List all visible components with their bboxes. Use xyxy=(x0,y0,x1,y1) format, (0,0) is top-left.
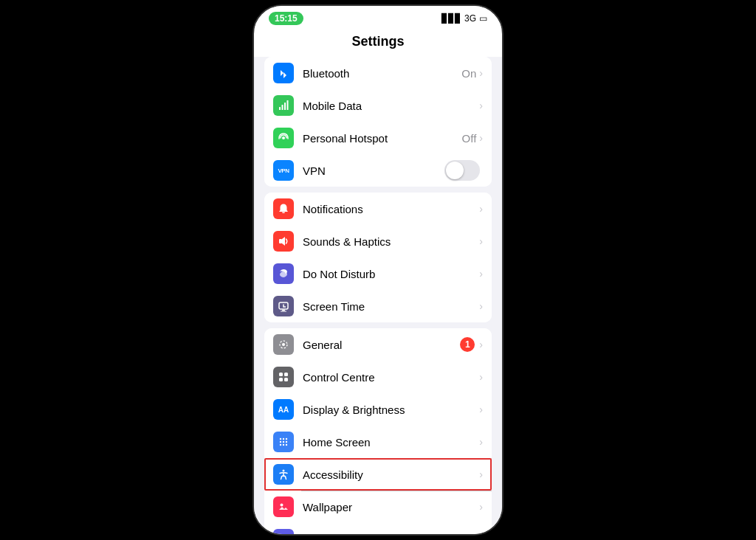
wallpaper-chevron: › xyxy=(479,501,483,513)
svg-marker-6 xyxy=(282,237,285,246)
row-sounds-haptics[interactable]: Sounds & Haptics › xyxy=(264,225,492,257)
personal-hotspot-label: Personal Hotspot xyxy=(303,132,462,145)
settings-list[interactable]: Bluetooth On › Mobile Data › xyxy=(254,57,502,534)
screen-time-icon xyxy=(273,296,294,316)
home-screen-chevron: › xyxy=(479,436,483,448)
row-mobile-data[interactable]: Mobile Data › xyxy=(264,89,492,122)
siri-search-chevron: › xyxy=(479,533,483,534)
row-personal-hotspot[interactable]: Personal Hotspot Off › xyxy=(264,122,492,154)
bluetooth-chevron: › xyxy=(479,67,483,79)
section-system2: General 1 › Control Centre › xyxy=(254,328,502,534)
svg-point-16 xyxy=(280,438,281,440)
svg-point-19 xyxy=(280,441,281,443)
accessibility-icon xyxy=(273,464,294,485)
phone-frame: 15:15 ▊▊▊ 3G ▭ Settings Bluetooth On › xyxy=(252,4,504,536)
svg-rect-3 xyxy=(287,100,289,110)
personal-hotspot-chevron: › xyxy=(479,132,483,144)
general-chevron: › xyxy=(479,339,483,350)
svg-point-10 xyxy=(282,343,285,346)
home-screen-label: Home Screen xyxy=(303,436,479,449)
svg-point-18 xyxy=(286,438,287,440)
section-group-system1: Notifications › Sounds & Haptics › xyxy=(264,193,492,322)
display-brightness-icon: AA xyxy=(273,399,294,420)
row-display-brightness[interactable]: AA Display & Brightness › xyxy=(264,393,492,426)
notifications-chevron: › xyxy=(479,203,483,215)
vpn-toggle[interactable] xyxy=(444,160,480,181)
row-general[interactable]: General 1 › xyxy=(264,328,492,361)
svg-point-24 xyxy=(286,444,287,446)
page-title-bar: Settings xyxy=(254,28,502,57)
page-title: Settings xyxy=(266,34,490,49)
svg-rect-9 xyxy=(281,311,286,312)
svg-rect-13 xyxy=(284,373,288,376)
home-screen-icon xyxy=(273,432,294,452)
status-icons: ▊▊▊ 3G ▭ xyxy=(441,13,487,24)
general-badge: 1 xyxy=(460,337,475,352)
notifications-label: Notifications xyxy=(303,203,479,215)
battery-icon: ▭ xyxy=(479,13,487,24)
svg-rect-0 xyxy=(279,107,281,110)
status-time: 15:15 xyxy=(269,12,303,25)
personal-hotspot-icon xyxy=(273,128,294,148)
mobile-data-icon xyxy=(273,95,294,116)
svg-point-4 xyxy=(282,136,285,139)
wallpaper-label: Wallpaper xyxy=(303,501,479,513)
general-label: General xyxy=(303,339,460,351)
network-type: 3G xyxy=(464,13,476,24)
screen-time-chevron: › xyxy=(479,300,483,312)
svg-point-23 xyxy=(283,444,284,446)
sounds-haptics-icon xyxy=(273,231,294,252)
control-centre-chevron: › xyxy=(479,371,483,383)
row-notifications[interactable]: Notifications › xyxy=(264,193,492,225)
accessibility-chevron: › xyxy=(479,468,483,480)
bluetooth-label: Bluetooth xyxy=(303,67,461,80)
row-wallpaper[interactable]: Wallpaper › xyxy=(264,491,492,523)
accessibility-label: Accessibility xyxy=(303,468,479,481)
sounds-haptics-chevron: › xyxy=(479,235,483,247)
personal-hotspot-value: Off xyxy=(462,132,477,145)
siri-search-icon xyxy=(273,529,294,534)
display-brightness-chevron: › xyxy=(479,404,483,415)
vpn-label: VPN xyxy=(303,165,444,177)
svg-rect-12 xyxy=(279,373,283,376)
svg-point-17 xyxy=(283,438,284,440)
svg-rect-5 xyxy=(279,239,282,243)
status-bar: 15:15 ▊▊▊ 3G ▭ xyxy=(254,6,502,28)
vpn-icon: VPN xyxy=(273,160,294,181)
row-bluetooth[interactable]: Bluetooth On › xyxy=(264,57,492,89)
svg-point-20 xyxy=(283,441,284,443)
siri-search-label: Siri & Search xyxy=(303,533,479,535)
svg-point-22 xyxy=(280,444,281,446)
svg-rect-14 xyxy=(279,378,283,381)
row-siri-search[interactable]: Siri & Search › xyxy=(264,523,492,534)
do-not-disturb-label: Do Not Disturb xyxy=(303,268,479,280)
bluetooth-icon xyxy=(273,63,294,83)
notifications-icon xyxy=(273,198,294,219)
mobile-data-chevron: › xyxy=(479,100,483,111)
row-control-centre[interactable]: Control Centre › xyxy=(264,361,492,393)
row-home-screen[interactable]: Home Screen › xyxy=(264,426,492,458)
svg-point-26 xyxy=(281,504,284,507)
do-not-disturb-chevron: › xyxy=(479,268,483,280)
svg-rect-2 xyxy=(284,103,286,110)
section-group-connectivity: Bluetooth On › Mobile Data › xyxy=(264,57,492,187)
wallpaper-icon xyxy=(273,496,294,517)
svg-rect-1 xyxy=(282,105,284,110)
row-vpn[interactable]: VPN VPN xyxy=(264,154,492,187)
control-centre-icon xyxy=(273,367,294,387)
general-icon xyxy=(273,334,294,355)
sounds-haptics-label: Sounds & Haptics xyxy=(303,235,479,248)
control-centre-label: Control Centre xyxy=(303,371,479,384)
mobile-data-label: Mobile Data xyxy=(303,100,479,112)
svg-point-25 xyxy=(283,470,285,472)
signal-icon: ▊▊▊ xyxy=(441,13,461,24)
svg-rect-8 xyxy=(282,310,285,311)
row-do-not-disturb[interactable]: Do Not Disturb › xyxy=(264,257,492,290)
row-accessibility[interactable]: Accessibility › xyxy=(264,458,492,491)
display-brightness-label: Display & Brightness xyxy=(303,404,479,416)
svg-point-21 xyxy=(286,441,287,443)
bluetooth-value: On xyxy=(461,67,476,80)
svg-rect-15 xyxy=(284,378,288,381)
row-screen-time[interactable]: Screen Time › xyxy=(264,290,492,322)
section-system1: Notifications › Sounds & Haptics › xyxy=(254,193,502,322)
